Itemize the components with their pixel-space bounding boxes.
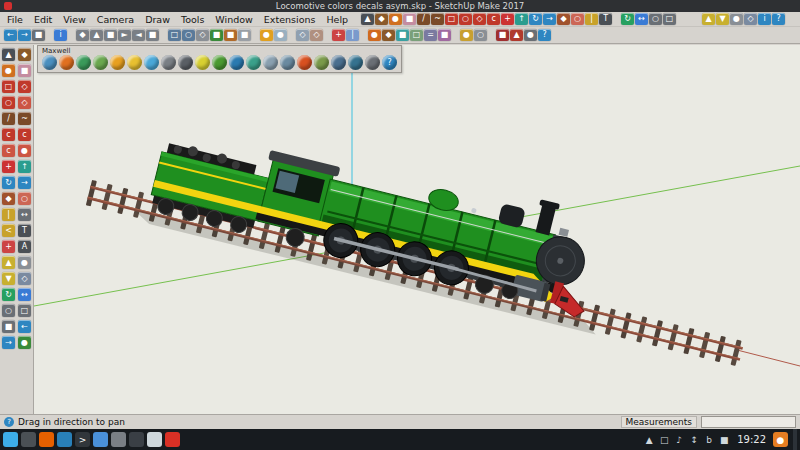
maxwell-studio-icon[interactable]: [348, 55, 363, 70]
textured-mode-icon[interactable]: ■: [224, 29, 237, 41]
volume-icon[interactable]: ♪: [673, 433, 685, 446]
layers-panel-icon[interactable]: □: [410, 29, 423, 41]
push-pull-icon[interactable]: ↑: [18, 160, 31, 173]
sketchup-taskbar-icon[interactable]: [165, 432, 180, 447]
styles-browser-icon[interactable]: ■: [396, 29, 409, 41]
entity-info-icon[interactable]: i: [54, 29, 67, 41]
menu-view[interactable]: View: [58, 14, 91, 25]
libreoffice-icon[interactable]: [147, 432, 162, 447]
menu-tools[interactable]: Tools: [176, 14, 209, 25]
freehand-tool-icon[interactable]: ~: [431, 13, 444, 25]
help-center-icon[interactable]: ?: [538, 29, 551, 41]
bluetooth-icon[interactable]: b: [703, 433, 715, 446]
fog-toggle-icon[interactable]: ●: [274, 29, 287, 41]
desktop-pager-icon[interactable]: [21, 432, 36, 447]
look-around-icon[interactable]: ●: [18, 256, 31, 269]
file-manager-icon[interactable]: [57, 432, 72, 447]
xray-mode-icon[interactable]: □: [168, 29, 181, 41]
previous-view-icon[interactable]: ←: [18, 320, 31, 333]
follow-me-icon[interactable]: →: [18, 176, 31, 189]
rotate-icon[interactable]: ↻: [2, 176, 15, 189]
hidden-line-mode-icon[interactable]: ◇: [196, 29, 209, 41]
maxwell-referenced-icon[interactable]: [314, 55, 329, 70]
position-camera-icon[interactable]: ▲: [702, 13, 715, 25]
text-icon[interactable]: T: [18, 224, 31, 237]
top-view-icon[interactable]: ▲: [90, 29, 103, 41]
offset-icon[interactable]: ○: [18, 192, 31, 205]
rectangle-icon[interactable]: □: [2, 80, 15, 93]
section-cut-toggle-icon[interactable]: ◇: [310, 29, 323, 41]
scale-icon[interactable]: ◆: [2, 192, 15, 205]
section-plane-icon[interactable]: ◇: [744, 13, 757, 25]
maxwell-render-icon[interactable]: [59, 55, 74, 70]
menu-help[interactable]: Help: [321, 14, 353, 25]
scale-tool-icon[interactable]: ◆: [557, 13, 570, 25]
select-tool-icon[interactable]: ▲: [361, 13, 374, 25]
menu-window[interactable]: Window: [210, 14, 257, 25]
menu-edit[interactable]: Edit: [29, 14, 57, 25]
instructor-icon[interactable]: ?: [772, 13, 785, 25]
maxwell-scene-icon[interactable]: [42, 55, 57, 70]
orbit-icon[interactable]: ↻: [2, 288, 15, 301]
right-view-icon[interactable]: ►: [118, 29, 131, 41]
front-view-icon[interactable]: ■: [104, 29, 117, 41]
shadows-toggle-icon[interactable]: ●: [260, 29, 273, 41]
wireframe-mode-icon[interactable]: ○: [182, 29, 195, 41]
arc-icon[interactable]: c: [2, 128, 15, 141]
shadow-settings-icon[interactable]: ●: [460, 29, 473, 41]
section-plane-icon[interactable]: ◇: [18, 272, 31, 285]
freehand-icon[interactable]: ~: [18, 112, 31, 125]
clipboard-icon[interactable]: □: [658, 433, 670, 446]
firefox-icon[interactable]: [39, 432, 54, 447]
move-tool-icon[interactable]: +: [501, 13, 514, 25]
pan-tool-icon[interactable]: ↔: [635, 13, 648, 25]
tape-measure-icon[interactable]: |: [585, 13, 598, 25]
maxwell-sky-icon[interactable]: [144, 55, 159, 70]
maxwell-emitter-icon[interactable]: [195, 55, 210, 70]
maxwell-network-icon[interactable]: [331, 55, 346, 70]
inkscape-icon[interactable]: [129, 432, 144, 447]
shaded-mode-icon[interactable]: ■: [210, 29, 223, 41]
extension-warehouse-icon[interactable]: ■: [496, 29, 509, 41]
line-tool-icon[interactable]: /: [417, 13, 430, 25]
soften-edges-icon[interactable]: ○: [474, 29, 487, 41]
network-icon[interactable]: ↕: [688, 433, 700, 446]
add-location-icon[interactable]: ●: [18, 336, 31, 349]
tape-measure-icon[interactable]: |: [2, 208, 15, 221]
protractor-icon[interactable]: <: [2, 224, 15, 237]
maxwell-grass-icon[interactable]: [212, 55, 227, 70]
walk-icon[interactable]: ▼: [2, 272, 15, 285]
rectangle-tool-icon[interactable]: □: [445, 13, 458, 25]
gimp-icon[interactable]: [111, 432, 126, 447]
pie-icon[interactable]: ●: [18, 144, 31, 157]
components-browser-icon[interactable]: ◆: [382, 29, 395, 41]
zoom-tool-icon[interactable]: ○: [649, 13, 662, 25]
zoom-window-icon[interactable]: □: [18, 304, 31, 317]
left-view-icon[interactable]: ■: [146, 29, 159, 41]
print-icon[interactable]: ■: [32, 29, 45, 41]
desktop-peek-button[interactable]: [793, 429, 797, 450]
maxwell-textures-icon[interactable]: [93, 55, 108, 70]
maxwell-sea-icon[interactable]: [229, 55, 244, 70]
section-plane-toggle-icon[interactable]: ◇: [296, 29, 309, 41]
maxwell-toolbar[interactable]: Maxwell ?: [37, 45, 402, 73]
polygon-tool-icon[interactable]: ◇: [473, 13, 486, 25]
outliner-panel-icon[interactable]: =: [424, 29, 437, 41]
menu-draw[interactable]: Draw: [140, 14, 175, 25]
circle-tool-icon[interactable]: ○: [459, 13, 472, 25]
eraser-icon[interactable]: ■: [18, 64, 31, 77]
zoom-extents-icon[interactable]: □: [663, 13, 676, 25]
notifications-icon[interactable]: ●: [773, 432, 788, 447]
warehouse-3d-icon[interactable]: ▲: [510, 29, 523, 41]
model-info-icon[interactable]: i: [758, 13, 771, 25]
make-component-icon[interactable]: ◆: [375, 13, 388, 25]
rotated-rectangle-icon[interactable]: ◇: [18, 80, 31, 93]
axes-toggle-icon[interactable]: +: [332, 29, 345, 41]
text-tool-icon[interactable]: T: [599, 13, 612, 25]
make-component-icon[interactable]: ◆: [18, 48, 31, 61]
menu-extensions[interactable]: Extensions: [259, 14, 321, 25]
maxwell-settings-icon[interactable]: [365, 55, 380, 70]
line-icon[interactable]: /: [2, 112, 15, 125]
measurements-input[interactable]: [701, 416, 796, 428]
preferences-icon[interactable]: ●: [524, 29, 537, 41]
